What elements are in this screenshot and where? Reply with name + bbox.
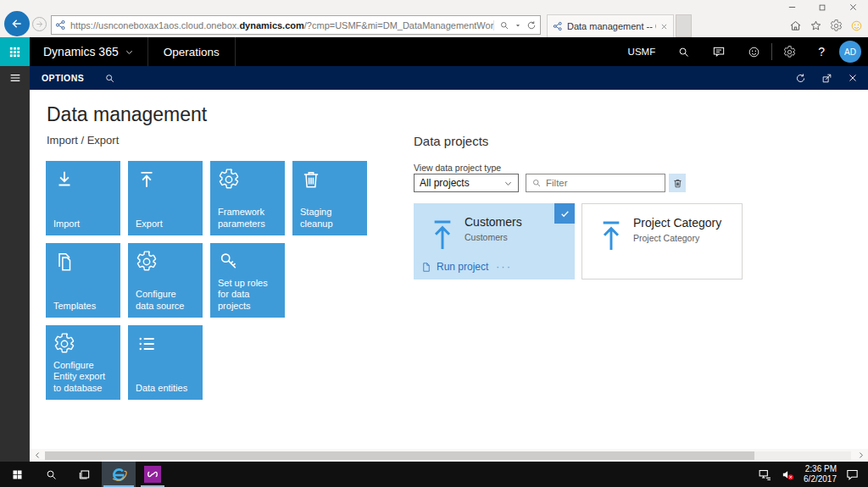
refresh-icon[interactable] <box>795 73 806 84</box>
card-title: Project Category <box>633 216 721 230</box>
card-title: Customers <box>465 215 522 229</box>
url-text[interactable]: https://usnconeboxax1aos.cloud.onebox.dy… <box>70 20 493 30</box>
options-tab[interactable]: OPTIONS <box>42 73 84 83</box>
browser-chrome: https://usnconeboxax1aos.cloud.onebox.dy… <box>0 0 868 37</box>
new-tab-button[interactable] <box>676 14 692 37</box>
project-card-customers[interactable]: Customers Customers Run project ··· <box>414 203 575 279</box>
gear-icon <box>136 251 196 273</box>
list-icon <box>136 333 196 355</box>
tab-close-icon[interactable] <box>660 23 668 30</box>
project-filter-box[interactable] <box>526 174 665 192</box>
volume-muted-icon[interactable] <box>781 468 795 482</box>
project-type-value: All projects <box>420 177 470 189</box>
browser-forward-button[interactable] <box>32 17 47 31</box>
system-tray: 2:36 PM 6/2/2017 <box>758 462 868 487</box>
brand-label: Dynamics 365 <box>43 45 119 58</box>
windows-taskbar: 2:36 PM 6/2/2017 <box>0 462 868 487</box>
copy-pages-icon <box>53 251 114 273</box>
gear-icon <box>53 333 114 355</box>
chevron-down-icon <box>504 179 513 188</box>
maximize-button[interactable] <box>807 0 837 14</box>
open-in-new-window-icon[interactable] <box>821 73 832 84</box>
tile-data-entities[interactable]: Data entities <box>128 325 203 400</box>
nav-search-icon[interactable] <box>666 37 701 66</box>
app-launcher-button[interactable] <box>0 37 30 66</box>
app-name: Operations <box>148 37 236 66</box>
page-title: Data management <box>47 103 207 126</box>
tile-framework-parameters[interactable]: Framework parameters <box>210 161 285 235</box>
company-picker[interactable]: USMF <box>617 37 667 66</box>
key-icon <box>218 251 278 273</box>
delete-project-button[interactable] <box>669 174 686 192</box>
project-card-list: Customers Customers Run project ··· Proj… <box>414 203 743 279</box>
tile-export[interactable]: Export <box>128 161 203 235</box>
taskbar-search-icon[interactable] <box>34 462 68 487</box>
taskbar-ie-button[interactable] <box>102 462 136 487</box>
close-page-icon[interactable] <box>848 73 858 83</box>
browser-settings-gear-icon[interactable] <box>830 19 843 32</box>
address-bar[interactable]: https://usnconeboxax1aos.cloud.onebox.dy… <box>51 15 541 35</box>
nav-side-strip <box>0 66 30 462</box>
section-import-export-label: Import / Export <box>47 134 119 147</box>
clock-date: 6/2/2017 <box>804 474 837 484</box>
hamburger-menu-icon[interactable] <box>0 66 30 90</box>
task-view-icon[interactable] <box>68 462 102 487</box>
window-controls <box>776 0 868 14</box>
selected-check-icon[interactable] <box>554 203 575 224</box>
scroll-left-icon[interactable] <box>30 451 45 459</box>
browser-tab[interactable]: Data management -- Opera... <box>547 14 674 37</box>
address-caret-icon[interactable] <box>514 21 522 30</box>
start-button[interactable] <box>0 462 34 487</box>
run-project-link[interactable]: Run project <box>421 261 488 273</box>
minimize-button[interactable] <box>776 0 807 14</box>
action-search-icon[interactable] <box>104 73 115 84</box>
visual-studio-icon <box>144 466 161 483</box>
tile-templates[interactable]: Templates <box>46 243 120 318</box>
address-search-icon[interactable] <box>499 20 509 30</box>
data-projects-title: Data projects <box>414 134 488 148</box>
help-button[interactable]: ? <box>807 37 836 66</box>
feedback-smiley-icon[interactable] <box>850 19 863 32</box>
home-icon[interactable] <box>789 19 802 32</box>
network-icon[interactable] <box>758 468 772 482</box>
export-arrow-icon <box>598 219 625 253</box>
tile-grid: Import Export Framework parameters Stagi… <box>46 161 367 400</box>
feedback-icon[interactable] <box>737 37 771 66</box>
scroll-right-icon[interactable] <box>853 451 868 459</box>
scrollbar-track[interactable] <box>45 451 851 460</box>
taskbar-visual-studio-button[interactable] <box>136 462 170 487</box>
tile-setup-roles[interactable]: Set up roles for data projects <box>210 243 285 318</box>
action-center-icon[interactable] <box>845 468 860 482</box>
search-icon <box>531 178 542 188</box>
export-arrow-icon <box>136 169 196 191</box>
action-pane: OPTIONS <box>30 66 868 90</box>
settings-gear-icon[interactable] <box>772 37 807 66</box>
tile-import[interactable]: Import <box>46 161 120 235</box>
project-card-project-category[interactable]: Project Category Project Category <box>581 203 743 279</box>
message-center-icon[interactable] <box>701 37 737 66</box>
trash-icon <box>300 169 360 191</box>
tile-staging-cleanup[interactable]: Staging cleanup <box>292 161 367 235</box>
taskbar-clock[interactable]: 2:36 PM 6/2/2017 <box>804 464 837 485</box>
tile-configure-data-source[interactable]: Configure data source <box>128 243 203 318</box>
workspace-content: Data management Import / Export Import E… <box>30 90 868 449</box>
scrollbar-thumb[interactable] <box>45 451 754 460</box>
refresh-page-icon[interactable] <box>526 20 537 30</box>
project-type-label: View data project type <box>414 163 501 173</box>
tab-title: Data management -- Opera... <box>567 21 656 31</box>
project-type-dropdown[interactable]: All projects <box>414 174 519 192</box>
more-options-ellipsis[interactable]: ··· <box>496 260 512 273</box>
horizontal-scrollbar <box>30 449 868 462</box>
tile-configure-entity-export[interactable]: Configure Entity export to database <box>46 325 120 400</box>
close-window-button[interactable] <box>837 0 868 14</box>
favorites-star-icon[interactable] <box>810 19 822 32</box>
user-avatar[interactable]: AD <box>839 41 861 63</box>
clock-time: 2:36 PM <box>805 464 837 473</box>
export-arrow-icon <box>429 219 456 252</box>
site-icon <box>55 19 66 30</box>
screen: https://usnconeboxax1aos.cloud.onebox.dy… <box>0 0 868 487</box>
brand-menu[interactable]: Dynamics 365 <box>30 37 148 66</box>
tab-favicon <box>553 21 563 31</box>
browser-back-button[interactable] <box>4 11 30 36</box>
project-filter-input[interactable] <box>546 178 676 188</box>
